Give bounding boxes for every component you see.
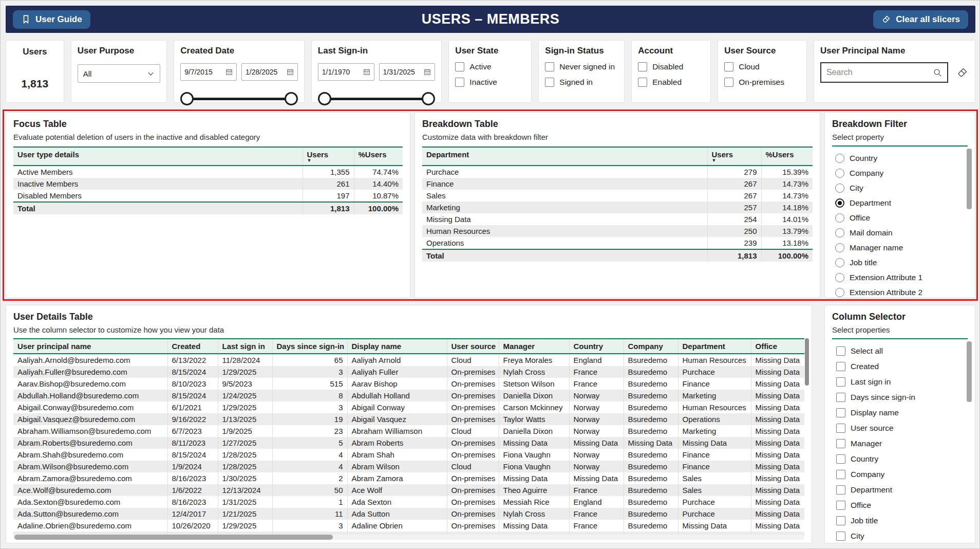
column-header-created[interactable]: Created (167, 339, 218, 354)
slider-handle-end[interactable] (285, 92, 298, 105)
table-row[interactable]: Abram.Roberts@bsuredemo.com8/11/20231/27… (13, 437, 804, 449)
column-header-users[interactable]: Users▼ (707, 147, 761, 166)
column-header-company[interactable]: Company (624, 339, 678, 354)
cell-user-principal-name: Adaline.Obrien@bsuredemo.com (13, 520, 167, 532)
table-row[interactable]: Disabled Members19710.87% (13, 190, 403, 202)
table-row[interactable]: Abigail.Conway@bsuredemo.com6/1/20211/29… (13, 401, 804, 413)
table-row[interactable]: Aaliyah.Arnold@bsuredemo.com6/13/202211/… (13, 354, 804, 366)
column-header-user-type-details[interactable]: User type details (13, 147, 303, 166)
table-row[interactable]: Abdullah.Holland@bsuredemo.com8/15/20241… (13, 390, 804, 401)
checkbox-option-enabled[interactable]: Enabled (638, 75, 704, 90)
checkbox-option-select-all[interactable]: Select all (832, 343, 968, 359)
column-header-department[interactable]: Department (422, 147, 707, 166)
clear-search-eraser-icon[interactable] (956, 66, 969, 79)
column-header-user-principal-name[interactable]: User principal name (13, 339, 167, 354)
cell-users: 267 (707, 178, 761, 190)
column-header-last-sign-in[interactable]: Last sign in (218, 339, 272, 354)
checkbox-option-signed-in[interactable]: Signed in (545, 75, 618, 90)
checkbox-option-office[interactable]: Office (832, 498, 968, 513)
table-row[interactable]: Ada.Sexton@bsuredemo.com8/16/20231/31/20… (13, 496, 804, 508)
radio-option-manager-name[interactable]: Manager name (832, 240, 968, 255)
scrollbar-thumb[interactable] (967, 341, 972, 402)
table-row[interactable]: Aaliyah.Fuller@bsuredemo.com8/15/20241/2… (13, 366, 804, 378)
checkbox-option-on-premises[interactable]: On-premises (724, 75, 800, 90)
column-header-manager[interactable]: Manager (499, 339, 569, 354)
radio-option-office[interactable]: Office (832, 210, 968, 225)
column-header-users[interactable]: %Users (354, 147, 403, 166)
checkbox-option-job-title[interactable]: Job title (832, 513, 968, 528)
radio-option-job-title[interactable]: Job title (832, 255, 968, 270)
radio-option-extension-attribute-2[interactable]: Extension Attribute 2 (832, 285, 968, 300)
cell-user-source: On-premises (447, 366, 499, 378)
checkbox-option-active[interactable]: Active (455, 59, 525, 75)
table-row[interactable]: Abram.Wilson@bsuredemo.com1/9/20241/28/2… (13, 461, 804, 472)
radio-option-country[interactable]: Country (832, 151, 968, 166)
slider-handle-start[interactable] (318, 92, 331, 105)
checkbox-option-user-source[interactable]: User source (832, 420, 968, 436)
column-header-office[interactable]: Office (751, 339, 804, 354)
upn-search-box[interactable] (820, 62, 948, 83)
table-row[interactable]: Abraham.Williamson@bsuredemo.com6/7/2023… (13, 425, 804, 437)
column-header-country[interactable]: Country (569, 339, 624, 354)
table-row[interactable]: Missing Data25414.01% (422, 213, 813, 225)
chevron-down-icon (147, 70, 155, 78)
table-row[interactable]: Adaline.Obrien@bsuredemo.com10/26/20201/… (13, 520, 804, 532)
slider-handle-start[interactable] (180, 92, 194, 105)
checkbox-option-days-since-sign-in[interactable]: Days since sign-in (832, 390, 968, 405)
checkbox-option-disabled[interactable]: Disabled (638, 59, 704, 75)
cell-department: Sales (678, 472, 751, 484)
last-sign-in-start-field[interactable]: 1/1/1970 (318, 63, 374, 81)
radio-option-mail-domain[interactable]: Mail domain (832, 225, 968, 240)
column-header-department[interactable]: Department (678, 339, 751, 354)
column-header-users[interactable]: %Users (761, 147, 813, 166)
column-header-days-since-sign-in[interactable]: Days since sign-in (272, 339, 347, 354)
table-row[interactable]: Purchace27915.39% (422, 166, 813, 178)
table-row[interactable]: Ada.Sutton@bsuredemo.com12/4/20171/21/20… (13, 508, 804, 520)
checkbox-option-city[interactable]: City (832, 528, 968, 544)
clear-all-slicers-button[interactable]: Clear all slicers (873, 10, 968, 29)
table-row[interactable]: Abram.Zamora@bsuredemo.com8/16/20231/30/… (13, 472, 804, 484)
created-date-start-field[interactable]: 9/7/2015 (180, 63, 237, 81)
table-row[interactable]: Marketing25714.18% (422, 202, 813, 213)
table-row[interactable]: Sales26714.73% (422, 190, 813, 202)
table-row[interactable]: Aarav.Bishop@bsuredemo.com8/10/20239/5/2… (13, 378, 804, 390)
table-row[interactable]: Abigail.Vasquez@bsuredemo.com9/16/20221/… (13, 413, 804, 425)
user-guide-button[interactable]: User Guide (13, 10, 90, 29)
last-sign-in-end-field[interactable]: 1/31/2025 (379, 63, 436, 81)
scrollbar-thumb[interactable] (14, 535, 333, 540)
checkbox-option-cloud[interactable]: Cloud (724, 59, 800, 75)
horizontal-scrollbar[interactable] (13, 535, 804, 540)
table-row[interactable]: Inactive Members26114.40% (13, 178, 403, 190)
checkbox-option-display-name[interactable]: Display name (832, 405, 968, 420)
cell-department: Operations (678, 413, 751, 425)
column-header-user-source[interactable]: User source (447, 339, 499, 354)
created-date-end-field[interactable]: 1/28/2025 (241, 63, 298, 81)
table-row[interactable]: Human Resources25013.79% (422, 225, 813, 237)
table-row[interactable]: Active Members1,35574.74% (13, 166, 403, 178)
checkbox-option-department[interactable]: Department (832, 482, 968, 498)
checkbox-option-last-sign-in[interactable]: Last sign in (832, 374, 968, 390)
checkbox-option-company[interactable]: Company (832, 467, 968, 482)
column-header-display-name[interactable]: Display name (347, 339, 447, 354)
slider-handle-end[interactable] (422, 92, 435, 105)
user-purpose-dropdown[interactable]: All (78, 64, 161, 83)
radio-option-extension-attribute-1[interactable]: Extension Attribute 1 (832, 270, 968, 285)
radio-option-department[interactable]: Department (832, 195, 968, 210)
table-row[interactable]: Operations23913.18% (422, 237, 813, 249)
checkbox-option-country[interactable]: Country (832, 451, 968, 467)
table-row[interactable]: Finance26714.73% (422, 178, 813, 190)
checkbox-option-created[interactable]: Created (832, 359, 968, 374)
cell-user-type-details: Active Members (13, 166, 303, 178)
radio-option-city[interactable]: City (832, 180, 968, 195)
radio-option-company[interactable]: Company (832, 166, 968, 180)
checkbox-option-never-signed-in[interactable]: Never signed in (545, 59, 618, 75)
table-row[interactable]: Abram.Shah@bsuredemo.com8/15/20241/28/20… (13, 449, 804, 461)
table-row[interactable]: Ace.Wolf@bsuredemo.com1/6/202212/13/2024… (13, 484, 804, 496)
cell-users: 1,355 (303, 166, 354, 178)
scrollbar-thumb[interactable] (805, 338, 809, 386)
upn-search-input[interactable] (826, 68, 933, 77)
column-header-users[interactable]: Users▼ (303, 147, 354, 166)
scrollbar-thumb[interactable] (967, 149, 972, 209)
checkbox-option-inactive[interactable]: Inactive (455, 75, 525, 90)
checkbox-option-manager[interactable]: Manager (832, 436, 968, 451)
